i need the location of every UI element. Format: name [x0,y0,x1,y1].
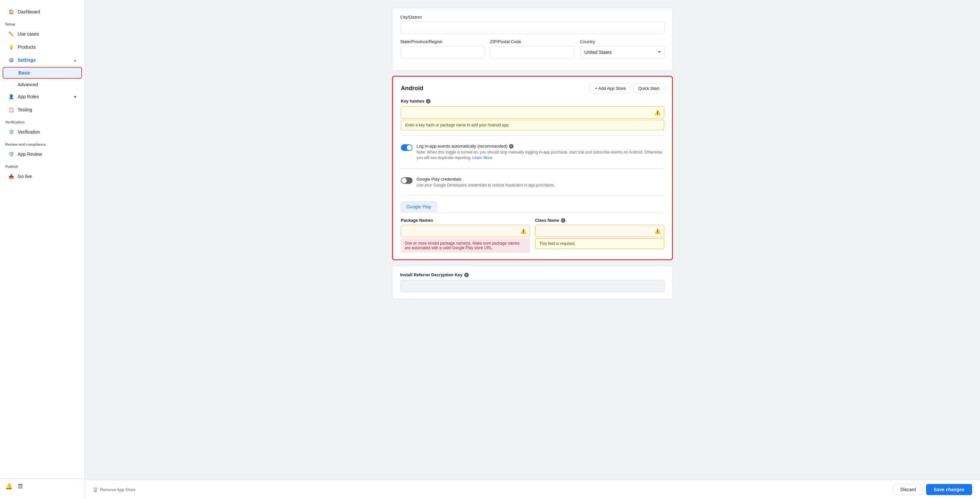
package-names-input-group: ⚠️ [401,225,530,237]
class-name-input-group: ⚠️ [535,225,664,237]
list-icon: 📋 [8,106,14,113]
package-names-error: One or more invalid package name(s). Mak… [401,238,530,253]
sidebar-item-products[interactable]: 💡 Products [3,41,82,53]
google-play-credentials-content: Google Play credentials Use your Google … [417,177,664,188]
footer-right: Discard Save changes [893,484,972,495]
divider-1 [401,135,664,136]
google-play-tab[interactable]: Google Play [401,201,437,212]
divider-2 [401,168,664,169]
state-input[interactable] [400,46,485,59]
install-referrer-label: Install Referrer Decryption Key i [400,272,665,277]
sidebar-item-label: Dashboard [18,9,40,14]
google-play-credentials-title: Google Play credentials [417,177,664,181]
person-icon: 👤 [8,94,14,100]
class-name-input[interactable] [535,225,664,237]
sidebar-item-dashboard[interactable]: 🏠 Dashboard [3,6,82,18]
divider-3 [401,195,664,196]
city-label: City/District [400,15,665,20]
log-in-app-desc: Note: When this toggle is turned on, you… [417,149,664,161]
footer: 🗑️ Remove App Store Discard Save changes [85,480,980,499]
state-label: State/Province/Region [400,39,485,44]
main-content: City/District State/Province/Region ZIP/… [85,0,980,499]
home-icon: 🏠 [8,8,14,15]
sidebar-sub-item-label: Basic [18,70,30,75]
install-referrer-section: Install Referrer Decryption Key i [392,265,673,299]
google-play-credentials-toggle-row: Google Play credentials Use your Google … [401,174,664,191]
country-label: Country [580,39,665,44]
add-app-store-button[interactable]: + Add App Store [590,83,630,94]
quick-start-button[interactable]: Quick Start [633,83,664,94]
chevron-down-icon: ▼ [73,95,77,99]
log-in-app-title: Log in-app events automatically (recomme… [417,144,664,149]
package-names-input[interactable] [401,225,530,237]
save-changes-button[interactable]: Save changes [926,484,972,495]
sidebar-item-label: Products [18,44,36,50]
sidebar-sub-item-basic[interactable]: Basic [3,67,82,79]
install-referrer-input[interactable] [400,280,665,292]
setup-section-label: Setup [0,18,84,27]
class-name-warning-icon: ⚠️ [654,228,661,234]
sidebar-sub-item-advanced[interactable]: Advanced [3,79,82,90]
zip-group: ZIP/Postal Code [490,39,574,59]
log-in-app-toggle[interactable] [401,145,412,151]
android-actions: + Add App Store Quick Start [590,83,664,94]
sidebar: 🏠 Dashboard Setup ✏️ Use cases 💡 Product… [0,0,85,499]
sidebar-item-label: App Review [18,151,42,157]
log-in-app-toggle-row: Log in-app events automatically (recomme… [401,141,664,163]
city-input[interactable] [400,22,665,34]
country-select[interactable]: United States Canada United Kingdom [580,46,665,59]
city-group: City/District [400,15,665,34]
bulb-icon: 💡 [8,44,14,50]
google-play-credentials-desc: Use your Google Developers credentials t… [417,183,664,188]
content-area: City/District State/Province/Region ZIP/… [385,0,679,312]
address-row: State/Province/Region ZIP/Postal Code Co… [400,39,665,59]
android-header: Android + Add App Store Quick Start [401,83,664,94]
scroll-area: City/District State/Province/Region ZIP/… [85,0,980,338]
package-names-label: Package Names [401,218,530,223]
upload-icon: 📤 [8,173,14,180]
store-tabs: Google Play [401,201,664,213]
zip-label: ZIP/Postal Code [490,39,574,44]
country-group: Country United States Canada United King… [580,39,665,59]
class-name-group: Class Name i ⚠️ This field is required. [535,218,664,249]
shield2-icon: 🛡️ [8,151,14,157]
sidebar-item-go-live[interactable]: 📤 Go live [3,170,82,183]
sidebar-item-app-review[interactable]: 🛡️ App Review [3,148,82,161]
key-hashes-info-icon[interactable]: i [426,99,431,103]
class-name-info-icon[interactable]: i [561,218,565,223]
key-hashes-label: Key hashes i [401,99,664,103]
package-names-warning-icon: ⚠️ [520,228,527,234]
install-referrer-info-icon[interactable]: i [464,273,469,277]
sidebar-item-app-roles[interactable]: 👤 App Roles ▼ [3,91,82,103]
sidebar-bottom: 🔔 ☰ [0,478,84,494]
sidebar-item-verification[interactable]: 🛡️ Verification [3,126,82,138]
sidebar-item-settings[interactable]: ⚙️ Settings ▲ [3,54,82,66]
sidebar-item-label: Testing [18,107,32,112]
state-group: State/Province/Region [400,39,485,59]
google-play-credentials-toggle[interactable] [401,177,412,184]
class-name-label: Class Name i [535,218,664,223]
shield-icon: 🛡️ [8,129,14,135]
sidebar-item-use-cases[interactable]: ✏️ Use cases [3,28,82,40]
android-title: Android [401,85,423,92]
package-class-row: Package Names ⚠️ One or more invalid pac… [401,218,664,253]
bell-icon[interactable]: 🔔 [5,483,13,490]
gear-icon: ⚙️ [8,57,14,64]
learn-more-link[interactable]: Learn More [473,156,492,160]
menu-icon[interactable]: ☰ [18,483,23,490]
trash-icon: 🗑️ [93,487,98,492]
remove-app-store-button[interactable]: 🗑️ Remove App Store [93,487,135,492]
sidebar-item-label: Verification [18,129,40,135]
key-hashes-warning-message: Enter a key hash or package name to add … [401,120,664,130]
android-section: Android + Add App Store Quick Start Key … [392,76,673,260]
log-in-app-info-icon[interactable]: i [509,144,514,149]
discard-button[interactable]: Discard [893,484,923,495]
pencil-icon: ✏️ [8,31,14,37]
publish-section-label: Publish [0,161,84,170]
key-hashes-input[interactable] [401,106,664,119]
log-in-app-content: Log in-app events automatically (recomme… [417,144,664,161]
sidebar-item-testing[interactable]: 📋 Testing [3,103,82,116]
zip-input[interactable] [490,46,574,59]
sidebar-item-label: Go live [18,174,32,179]
package-names-group: Package Names ⚠️ One or more invalid pac… [401,218,530,253]
